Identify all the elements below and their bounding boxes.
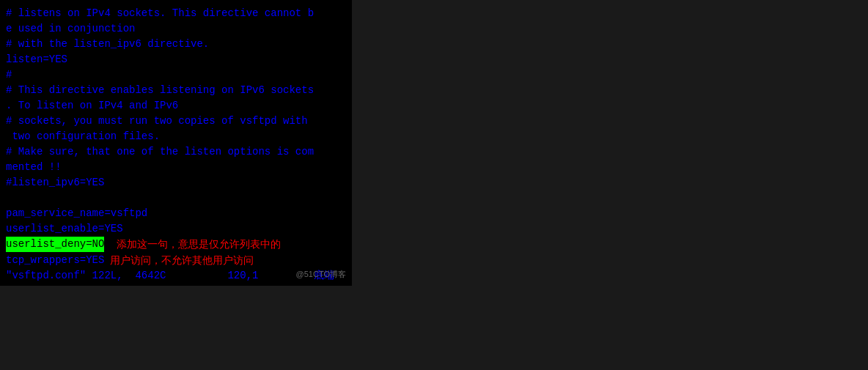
code-line-1: # listens on IPv4 sockets. This directiv…	[0, 6, 352, 21]
annotation-text: 添加这一句，意思是仅允许列表中的	[110, 237, 280, 253]
code-line-15: userlist_enable=YES	[0, 221, 352, 237]
code-line-5: #	[0, 67, 352, 83]
tcp-wrappers-line: tcp_wrappers=YES	[6, 253, 104, 268]
code-line-17: tcp_wrappers=YES用户访问，不允许其他用户访问	[0, 253, 352, 268]
highlighted-text: userlist_deny=NO	[6, 237, 104, 252]
code-line-12: #listen_ipv6=YES	[0, 175, 352, 190]
code-line-7: . To listen on IPv4 and IPv6	[0, 98, 352, 114]
code-line-13	[0, 190, 352, 206]
code-line-10: # Make sure, that one of the listen opti…	[0, 144, 352, 160]
editor-area: # listens on IPv4 sockets. This directiv…	[0, 0, 352, 286]
watermark: @51CTO博客	[296, 269, 346, 280]
code-line-14: pam_service_name=vsftpd	[0, 206, 352, 221]
code-line-4: listen=YES	[0, 52, 352, 67]
code-line-11: mented !!	[0, 160, 352, 175]
annotation-line2: 用户访问，不允许其他用户访问	[110, 253, 254, 268]
code-line-3: # with the listen_ipv6 directive.	[0, 37, 352, 52]
code-line-6: # This directive enables listening on IP…	[0, 83, 352, 98]
code-line-8: # sockets, you must run two copies of vs…	[0, 114, 352, 129]
code-line-2: e used in conjunction	[0, 21, 352, 37]
code-line-16: userlist_deny=NO 添加这一句，意思是仅允许列表中的	[0, 237, 352, 253]
code-line-9: two configuration files.	[0, 129, 352, 144]
